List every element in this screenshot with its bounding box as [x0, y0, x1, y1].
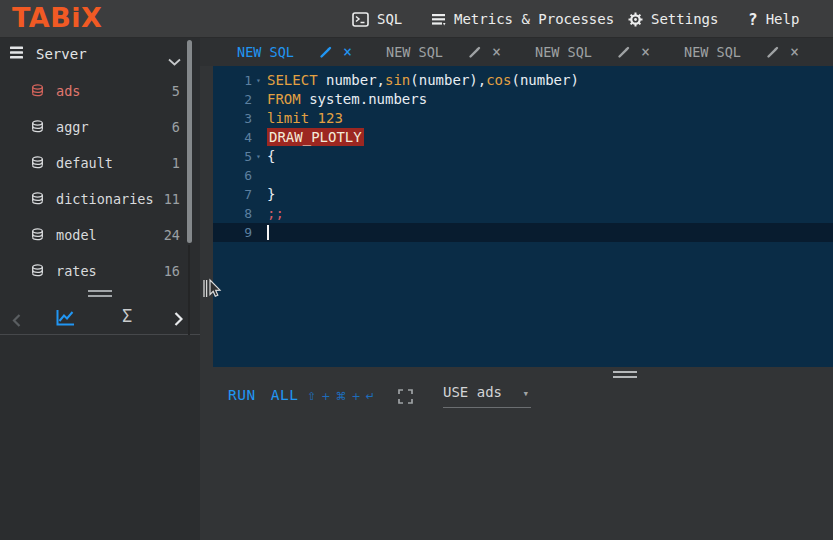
nav-settings[interactable]: Settings — [628, 0, 718, 38]
editor-line: 8;; — [213, 204, 833, 223]
sql-tab[interactable]: NEW SQL × — [237, 38, 386, 66]
enter-key-icon: ↵ — [366, 390, 375, 403]
top-bar: TABiX SQL Metrics & Processes — [0, 0, 833, 38]
run-all-button[interactable]: RUN ALL — [228, 387, 298, 403]
sidebar-database-item[interactable]: default 1 — [0, 149, 200, 177]
question-icon: ? — [748, 10, 758, 29]
sidebar-resize-handle[interactable] — [88, 290, 112, 300]
editor-line: 2FROM system.numbers — [213, 90, 833, 109]
nav-help[interactable]: ? Help — [748, 0, 799, 38]
sidebar-scrollbar[interactable] — [187, 40, 192, 243]
line-number: 6 — [213, 166, 252, 185]
shift-key-icon: ⇧ — [307, 390, 316, 403]
all-label: ALL — [271, 387, 299, 403]
tab-label: NEW SQL — [684, 44, 741, 60]
database-table-count: 24 — [164, 227, 180, 243]
tabix-app: TABiX SQL Metrics & Processes — [0, 0, 833, 540]
database-icon — [31, 228, 44, 242]
database-table-count: 6 — [172, 119, 180, 135]
use-database-select[interactable]: USE ads ▾ — [443, 384, 531, 408]
editor-line: 9 — [213, 223, 833, 242]
server-header[interactable]: Server — [10, 46, 87, 62]
line-number: 8 — [213, 204, 252, 223]
chevron-left-icon[interactable] — [12, 312, 21, 331]
sql-tab[interactable]: NEW SQL × — [684, 38, 833, 66]
code-text: ;; — [267, 204, 284, 223]
tab-label: NEW SQL — [535, 44, 592, 60]
nav-help-label: Help — [766, 11, 800, 27]
database-name: dictionaries — [56, 191, 154, 207]
edit-pencil-icon[interactable] — [468, 46, 481, 59]
close-icon[interactable]: × — [492, 45, 501, 60]
code-text: SELECT number,sin(number),cos(number) — [267, 71, 579, 90]
sql-editor[interactable]: 1▾SELECT number,sin(number),cos(number)2… — [213, 66, 833, 367]
fold-arrow-icon[interactable]: ▾ — [256, 71, 261, 90]
tab-bar: NEW SQL × NEW SQL × NEW SQL × NEW SQL × — [200, 38, 833, 66]
tab-label: NEW SQL — [237, 44, 294, 60]
nav-metrics-label: Metrics & Processes — [454, 11, 614, 27]
main-area: NEW SQL × NEW SQL × NEW SQL × NEW SQL × … — [200, 38, 833, 540]
text-caret — [267, 225, 269, 240]
list-icon — [432, 13, 446, 26]
sql-tab[interactable]: NEW SQL × — [386, 38, 535, 66]
database-icon — [31, 264, 44, 278]
edit-pencil-icon[interactable] — [766, 46, 779, 59]
database-name: default — [56, 155, 113, 171]
sidebar-scrollbar-track — [188, 245, 190, 335]
editor-line: 1▾SELECT number,sin(number),cos(number) — [213, 71, 833, 90]
nav-settings-label: Settings — [651, 11, 718, 27]
database-table-count: 1 — [172, 155, 180, 171]
run-shortcut-hint: ⇧ + ⌘ + ↵ — [307, 390, 375, 403]
use-database-value: USE ads — [443, 384, 502, 400]
code-text: { — [267, 147, 275, 166]
database-table-count: 11 — [164, 191, 180, 207]
code-text: limit 123 — [267, 109, 343, 128]
sidebar-database-item[interactable]: ads 5 — [0, 77, 200, 105]
app-logo: TABiX — [12, 2, 102, 33]
database-icon — [31, 84, 44, 98]
edit-pencil-icon[interactable] — [319, 46, 332, 59]
run-label: RUN — [228, 387, 256, 403]
database-table-count: 16 — [164, 263, 180, 279]
nav-metrics-processes[interactable]: Metrics & Processes — [432, 0, 614, 38]
edit-pencil-icon[interactable] — [617, 46, 630, 59]
nav-sql-label: SQL — [377, 11, 402, 27]
database-icon — [31, 120, 44, 134]
chevron-right-icon[interactable] — [174, 311, 183, 330]
line-number: 4 — [213, 128, 252, 147]
chart-icon[interactable] — [55, 308, 76, 331]
sidebar: Server ads 5 aggr 6 — [0, 38, 200, 540]
sidebar-database-item[interactable]: rates 16 — [0, 257, 200, 285]
editor-line: 5▾{ — [213, 147, 833, 166]
sidebar-database-item[interactable]: dictionaries 11 — [0, 185, 200, 213]
sidebar-database-item[interactable]: model 24 — [0, 221, 200, 249]
editor-line: 7} — [213, 185, 833, 204]
database-name: rates — [56, 263, 97, 279]
editor-line: 3limit 123 — [213, 109, 833, 128]
server-label: Server — [36, 46, 87, 62]
tab-label: NEW SQL — [386, 44, 443, 60]
close-icon[interactable]: × — [790, 45, 799, 60]
sql-tab[interactable]: NEW SQL × — [535, 38, 684, 66]
sidebar-database-item[interactable]: aggr 6 — [0, 113, 200, 141]
close-icon[interactable]: × — [343, 45, 352, 60]
line-number: 7 — [213, 185, 252, 204]
nav-sql[interactable]: SQL — [352, 0, 402, 38]
database-name: aggr — [56, 119, 89, 135]
close-icon[interactable]: × — [641, 45, 650, 60]
editor-line: 6 — [213, 166, 833, 185]
fold-arrow-icon[interactable]: ▾ — [256, 147, 261, 166]
database-icon — [31, 192, 44, 206]
bottom-toolbar: RUN ALL ⇧ + ⌘ + ↵ USE ads ▾ — [200, 378, 833, 418]
server-rack-icon — [10, 46, 23, 62]
line-number: 9 — [213, 223, 252, 242]
gear-icon — [628, 12, 643, 27]
chevron-down-icon[interactable] — [168, 51, 181, 70]
code-text: FROM system.numbers — [267, 90, 427, 109]
line-number: 2 — [213, 90, 252, 109]
select-caret-icon: ▾ — [522, 387, 529, 400]
sigma-icon[interactable]: Σ — [122, 306, 132, 326]
expand-icon[interactable] — [398, 389, 413, 404]
sidebar-divider — [0, 334, 200, 335]
database-name: model — [56, 227, 97, 243]
